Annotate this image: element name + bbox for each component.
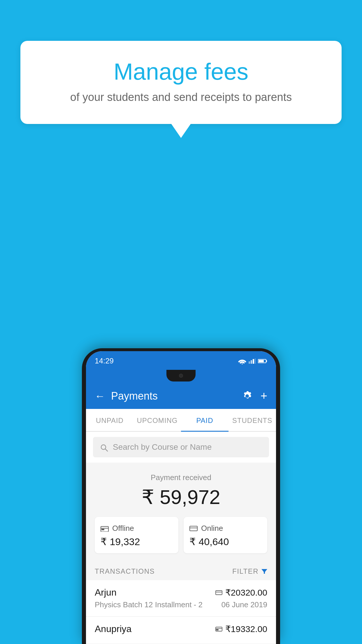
status-time: 14:29 [95, 356, 114, 365]
app-bar: ← Payments + [86, 383, 276, 409]
transaction-amount-wrap: ₹19332.00 [215, 624, 267, 634]
search-icon [100, 442, 108, 452]
svg-rect-18 [216, 627, 222, 631]
speech-bubble: Manage fees of your students and send re… [20, 41, 342, 124]
transaction-name: Arjun [95, 587, 117, 598]
payment-summary: Payment received ₹ 59,972 Offline ₹ 19,3… [86, 463, 276, 560]
transaction-item[interactable]: Arjun ₹20320.00 Physics Batch 12 Install… [86, 580, 276, 617]
svg-rect-1 [249, 361, 250, 364]
app-bar-title: Payments [111, 390, 236, 402]
speech-bubble-subtitle: of your students and send receipts to pa… [35, 91, 327, 104]
back-button[interactable]: ← [95, 390, 105, 402]
transaction-row2: Physics Batch 12 Installment - 2 06 June… [95, 600, 267, 609]
settings-icon[interactable] [242, 391, 252, 401]
phone-frame: 14:29 [82, 348, 280, 644]
payment-cards: Offline ₹ 19,332 Online ₹ 40,640 [95, 517, 267, 553]
svg-marker-15 [261, 569, 267, 574]
online-amount: ₹ 40,640 [189, 536, 261, 547]
transactions-header: TRANSACTIONS FILTER [86, 560, 276, 580]
app-bar-actions: + [242, 389, 267, 402]
search-bar: Search by Course or Name [86, 432, 276, 463]
status-bar: 14:29 [86, 351, 276, 368]
search-input[interactable]: Search by Course or Name [93, 437, 269, 457]
status-icons [238, 358, 267, 364]
battery-icon [258, 359, 267, 363]
payment-total-amount: ₹ 59,972 [95, 486, 267, 509]
transaction-amount-wrap: ₹20320.00 [215, 587, 267, 598]
speech-bubble-container: Manage fees of your students and send re… [20, 41, 342, 124]
tab-paid[interactable]: PAID [181, 409, 229, 431]
filter-label: FILTER [232, 567, 259, 575]
online-icon [189, 526, 198, 531]
search-placeholder: Search by Course or Name [113, 442, 212, 452]
svg-rect-3 [253, 359, 254, 364]
wifi-icon [238, 358, 246, 364]
svg-rect-2 [251, 360, 252, 364]
filter-button[interactable]: FILTER [232, 567, 267, 575]
signal-icon [249, 358, 256, 364]
payment-received-label: Payment received [95, 473, 267, 482]
svg-rect-7 [259, 360, 264, 362]
add-button[interactable]: + [261, 389, 267, 402]
svg-rect-13 [190, 526, 197, 531]
transaction-row1: Anupriya ₹19332.00 [95, 624, 267, 634]
notch-area [86, 368, 276, 383]
offline-amount: ₹ 19,332 [101, 536, 173, 547]
offline-card-header: Offline [101, 524, 173, 533]
online-card-header: Online [189, 524, 261, 533]
svg-rect-20 [216, 629, 218, 630]
offline-transaction-icon [215, 626, 222, 632]
tab-unpaid[interactable]: UNPAID [86, 409, 133, 431]
transaction-course: Physics Batch 12 Installment - 2 [95, 600, 203, 609]
tab-upcoming[interactable]: UPCOMING [133, 409, 181, 431]
svg-rect-4 [255, 358, 256, 364]
transaction-amount: ₹20320.00 [225, 587, 267, 598]
online-payment-card: Online ₹ 40,640 [184, 517, 267, 553]
transactions-label: TRANSACTIONS [95, 567, 155, 575]
phone-inner: 14:29 [86, 351, 276, 644]
camera [179, 374, 183, 378]
speech-bubble-title: Manage fees [35, 58, 327, 85]
transaction-name: Anupriya [95, 624, 131, 634]
online-transaction-icon [215, 590, 222, 595]
svg-rect-6 [266, 360, 267, 362]
tabs: UNPAID UPCOMING PAID STUDENTS [86, 409, 276, 432]
transaction-amount: ₹19332.00 [225, 624, 267, 634]
tab-students[interactable]: STUDENTS [229, 409, 276, 431]
filter-icon [261, 568, 267, 574]
transaction-row1: Arjun ₹20320.00 [95, 587, 267, 598]
offline-payment-card: Offline ₹ 19,332 [95, 517, 178, 553]
svg-point-0 [242, 363, 243, 364]
svg-line-9 [105, 449, 108, 451]
notch [166, 370, 196, 382]
transaction-date: 06 June 2019 [221, 600, 267, 609]
offline-icon [101, 525, 109, 532]
offline-label: Offline [112, 524, 134, 533]
transaction-item[interactable]: Anupriya ₹19332.00 [86, 617, 276, 644]
online-label: Online [201, 524, 223, 533]
svg-rect-12 [102, 529, 104, 530]
svg-rect-16 [216, 591, 222, 595]
